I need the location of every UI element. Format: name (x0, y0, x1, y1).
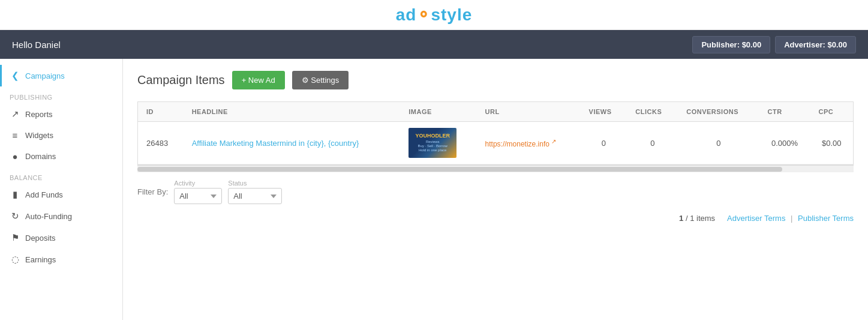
sidebar-item-label-reports: Reports (25, 110, 53, 119)
col-url: URL (477, 102, 581, 122)
logo-prefix: ad (396, 5, 417, 24)
sidebar-item-label-auto-funding: Auto-Funding (25, 212, 72, 221)
main-content: Campaign Items + New Ad ⚙ Settings ID HE… (123, 59, 868, 320)
table-header-row: ID HEADLINE IMAGE URL VIEWS CLICKS CONVE… (138, 102, 853, 122)
col-conversions: CONVERSIONS (678, 102, 759, 122)
status-filter-select[interactable]: All Approved Pending Rejected (228, 188, 282, 204)
sidebar-item-label-widgets: Widgets (25, 131, 53, 140)
col-headline: HEADLINE (184, 102, 401, 122)
header-bar: Hello Daniel Publisher: $0.00 Advertiser… (0, 30, 868, 59)
ad-thumbnail: YOUHODLER ReviewsBuy · Sell · BorrowHold… (409, 128, 456, 158)
logo: ad⚬style (396, 5, 473, 24)
logo-suffix: style (431, 5, 472, 24)
row-clicks: 0 (627, 122, 678, 165)
logo-dot: ⚬ (416, 5, 431, 24)
auto-funding-icon: ↻ (10, 211, 20, 222)
settings-button[interactable]: ⚙ Settings (292, 71, 349, 89)
balance-section-label: Balance (0, 167, 122, 184)
activity-filter-label: Activity (174, 180, 222, 187)
sidebar-item-domains[interactable]: ● Domains (0, 146, 122, 167)
add-funds-icon: ▮ (10, 189, 20, 200)
deposits-icon: ⚑ (10, 232, 20, 243)
sidebar-item-auto-funding[interactable]: ↻ Auto-Funding (0, 205, 122, 227)
campaign-table: ID HEADLINE IMAGE URL VIEWS CLICKS CONVE… (138, 102, 853, 165)
sidebar-item-widgets[interactable]: ≡ Widgets (0, 125, 122, 146)
col-cpc: CPC (810, 102, 853, 122)
horizontal-scrollbar[interactable] (137, 165, 854, 172)
col-id: ID (138, 102, 184, 122)
status-filter-group: Status All Approved Pending Rejected (228, 180, 282, 204)
col-clicks: CLICKS (627, 102, 678, 122)
activity-filter-group: Activity All Active Inactive (174, 180, 222, 204)
domains-icon: ● (10, 151, 20, 162)
table-row: 26483 Affiliate Marketing Mastermind in … (138, 122, 853, 165)
reports-icon: ↗ (10, 109, 20, 119)
publisher-terms-link[interactable]: Publisher Terms (798, 214, 854, 223)
row-cpc: $0.00 (810, 122, 853, 165)
table-footer: 1 / 1 items Advertiser Terms | Publisher… (137, 209, 854, 228)
widgets-icon: ≡ (10, 130, 20, 140)
sidebar-item-add-funds[interactable]: ▮ Add Funds (0, 184, 122, 205)
pagination-info: 1 / 1 items (679, 214, 715, 223)
advertiser-terms-link[interactable]: Advertiser Terms (727, 214, 785, 223)
sidebar-item-label-domains: Domains (25, 152, 56, 161)
row-image: YOUHODLER ReviewsBuy · Sell · BorrowHold… (400, 122, 476, 165)
header-right: Publisher: $0.00 Advertiser: $0.00 (692, 36, 856, 53)
col-image: IMAGE (400, 102, 476, 122)
total-items: 1 items (690, 214, 715, 223)
footer-separator: | (791, 214, 792, 223)
publishing-section-label: Publishing (0, 86, 122, 103)
row-id: 26483 (138, 122, 184, 165)
external-link-icon: ↗ (551, 138, 556, 145)
advertiser-badge[interactable]: Advertiser: $0.00 (775, 36, 856, 53)
thumbnail-content: YOUHODLER ReviewsBuy · Sell · BorrowHold… (414, 131, 451, 154)
scrollbar-thumb (137, 167, 782, 172)
page-title: Campaign Items (137, 73, 225, 87)
page-header: Campaign Items + New Ad ⚙ Settings (137, 71, 854, 89)
sidebar-item-label-add-funds: Add Funds (25, 190, 63, 199)
row-views: 0 (581, 122, 627, 165)
row-url: https://monetize.info ↗ (477, 122, 581, 165)
row-conversions: 0 (678, 122, 759, 165)
row-ctr: 0.000% (759, 122, 810, 165)
campaign-table-wrapper: ID HEADLINE IMAGE URL VIEWS CLICKS CONVE… (137, 101, 854, 165)
url-link[interactable]: https://monetize.info ↗ (485, 140, 557, 148)
row-headline: Affiliate Marketing Mastermind in {city}… (184, 122, 401, 165)
status-filter-label: Status (228, 180, 282, 187)
activity-filter-select[interactable]: All Active Inactive (174, 188, 222, 204)
filter-bar: Filter By: Activity All Active Inactive … (137, 172, 854, 209)
campaigns-icon: ❮ (10, 70, 20, 81)
footer-links: Advertiser Terms | Publisher Terms (727, 214, 854, 223)
greeting: Hello Daniel (12, 40, 61, 50)
advertiser-label: Advertiser: (784, 40, 825, 49)
advertiser-value: $0.00 (827, 40, 847, 49)
logo-bar: ad⚬style (0, 0, 868, 30)
publisher-value: $0.00 (742, 40, 762, 49)
earnings-icon: ◌ (10, 254, 20, 265)
sidebar-item-label-campaigns: Campaigns (25, 71, 65, 80)
sidebar-item-reports[interactable]: ↗ Reports (0, 103, 122, 125)
current-page: 1 (679, 214, 683, 223)
sidebar-item-campaigns[interactable]: ❮ Campaigns (0, 65, 122, 86)
headline-link[interactable]: Affiliate Marketing Mastermind in {city}… (192, 139, 359, 148)
publisher-badge[interactable]: Publisher: $0.00 (692, 36, 770, 53)
col-ctr: CTR (759, 102, 810, 122)
sidebar: ❮ Campaigns Publishing ↗ Reports ≡ Widge… (0, 59, 123, 320)
sidebar-item-earnings[interactable]: ◌ Earnings (0, 249, 122, 270)
col-views: VIEWS (581, 102, 627, 122)
filter-by-label: Filter By: (137, 187, 168, 196)
sidebar-item-label-earnings: Earnings (25, 255, 56, 264)
new-ad-button[interactable]: + New Ad (232, 71, 285, 89)
layout: ❮ Campaigns Publishing ↗ Reports ≡ Widge… (0, 59, 868, 320)
sidebar-item-deposits[interactable]: ⚑ Deposits (0, 227, 122, 249)
publisher-label: Publisher: (701, 40, 740, 49)
sidebar-item-label-deposits: Deposits (25, 234, 56, 243)
